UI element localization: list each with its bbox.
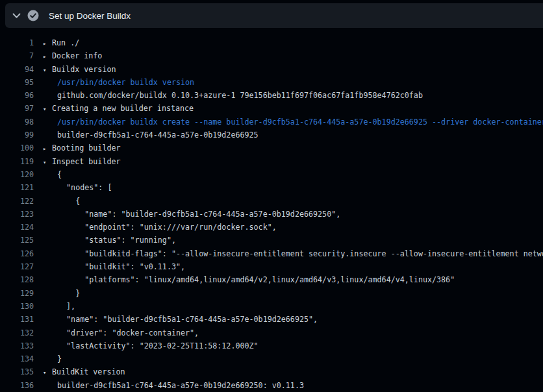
log-line: 132 "driver": "docker-container", [0, 326, 543, 339]
log-line: 124 "endpoint": "unix:///var/run/docker.… [0, 221, 543, 234]
line-number-link[interactable]: 7 [0, 49, 34, 62]
output-text: "platforms": "linux/amd64,linux/amd64/v2… [57, 273, 455, 286]
line-number-link[interactable]: 95 [0, 76, 34, 89]
group-title: Inspect builder [52, 155, 121, 168]
log-line: 95/usr/bin/docker buildx version [0, 76, 543, 89]
line-number-link[interactable]: 1 [0, 36, 34, 49]
log-line: 129 } [0, 287, 543, 300]
group-title: Run ./ [52, 36, 79, 49]
line-number-link[interactable]: 94 [0, 63, 34, 76]
collapse-arrow-icon[interactable]: ▾ [43, 64, 52, 76]
line-number-link[interactable]: 133 [0, 339, 34, 352]
line-number-link[interactable]: 129 [0, 287, 34, 300]
group-title: Booting builder [52, 141, 121, 154]
log-line: 126 "buildkitd-flags": "--allow-insecure… [0, 247, 543, 260]
output-text: } [57, 352, 62, 365]
collapse-arrow-icon[interactable]: ▾ [43, 366, 52, 378]
line-number-link[interactable]: 126 [0, 247, 34, 260]
expand-arrow-icon[interactable]: ▸ [43, 142, 52, 154]
line-number-link[interactable]: 123 [0, 208, 34, 221]
line-number-link[interactable]: 121 [0, 181, 34, 194]
log-line: 99builder-d9cfb5a1-c764-445a-a57e-0b19d2… [0, 129, 543, 141]
output-text: "buildkitd-flags": "--allow-insecure-ent… [57, 247, 543, 260]
line-number-link[interactable]: 135 [0, 365, 34, 378]
line-number-link[interactable]: 97 [0, 102, 34, 115]
log-line: 134} [0, 352, 543, 365]
log-line: 120{ [0, 168, 543, 181]
line-number-link[interactable]: 98 [0, 116, 34, 129]
line-number-link[interactable]: 127 [0, 260, 34, 273]
line-number-link[interactable]: 100 [0, 141, 34, 154]
log-line: 121 "nodes": [ [0, 181, 543, 194]
line-number-link[interactable]: 99 [0, 129, 34, 141]
output-text: { [57, 168, 62, 181]
output-text: "endpoint": "unix:///var/run/docker.sock… [57, 221, 277, 234]
log-line: 133 "lastActivity": "2023-02-25T11:58:12… [0, 339, 543, 352]
log-line: 127 "buildkit": "v0.11.3", [0, 260, 543, 273]
log-group-row[interactable]: 100▸Booting builder [0, 141, 543, 154]
log-line: 96github.com/docker/buildx 0.10.3+azure-… [0, 89, 543, 102]
line-number-link[interactable]: 130 [0, 300, 34, 313]
command-text: /usr/bin/docker buildx create --name bui… [57, 116, 543, 129]
log-line: 123 "name": "builder-d9cfb5a1-c764-445a-… [0, 208, 543, 221]
line-number-link[interactable]: 136 [0, 379, 34, 392]
group-title: BuildKit version [52, 365, 125, 378]
line-number-link[interactable]: 122 [0, 195, 34, 208]
line-number-link[interactable]: 120 [0, 168, 34, 181]
line-number-link[interactable]: 134 [0, 352, 34, 365]
log-group-row[interactable]: 1▸Run ./ [0, 36, 543, 49]
chevron-down-icon[interactable] [5, 13, 27, 19]
log-group-row[interactable]: 94▾Buildx version [0, 63, 543, 76]
output-text: builder-d9cfb5a1-c764-445a-a57e-0b19d2e6… [57, 129, 259, 141]
output-text: "name": "builder-d9cfb5a1-c764-445a-a57e… [57, 313, 318, 326]
collapse-arrow-icon[interactable]: ▾ [43, 103, 52, 115]
output-text: { [57, 195, 80, 208]
output-text: } [57, 287, 80, 300]
log-line: 130 ], [0, 300, 543, 313]
log-line: 128 "platforms": "linux/amd64,linux/amd6… [0, 273, 543, 286]
line-number-link[interactable]: 119 [0, 155, 34, 168]
output-text: "driver": "docker-container", [57, 326, 199, 339]
log-line: 98/usr/bin/docker buildx create --name b… [0, 116, 543, 129]
expand-arrow-icon[interactable]: ▸ [43, 37, 52, 49]
log-group-row[interactable]: 97▾Creating a new builder instance [0, 102, 543, 115]
line-number-link[interactable]: 124 [0, 221, 34, 234]
group-title: Docker info [52, 49, 102, 62]
step-title: Set up Docker Buildx [49, 11, 131, 21]
log-group-row[interactable]: 135▾BuildKit version [0, 365, 543, 378]
expand-arrow-icon[interactable]: ▸ [43, 50, 52, 62]
output-text: "name": "builder-d9cfb5a1-c764-445a-a57e… [57, 208, 340, 221]
line-number-link[interactable]: 96 [0, 89, 34, 102]
line-number-link[interactable]: 125 [0, 234, 34, 247]
line-number-link[interactable]: 131 [0, 313, 34, 326]
output-text: "buildkit": "v0.11.3", [57, 260, 185, 273]
line-number-link[interactable]: 128 [0, 273, 34, 286]
log-area: 1▸Run ./7▸Docker info94▾Buildx version95… [0, 36, 543, 392]
log-group-row[interactable]: 119▾Inspect builder [0, 155, 543, 168]
line-number-link[interactable]: 132 [0, 326, 34, 339]
log-line: 131 "name": "builder-d9cfb5a1-c764-445a-… [0, 313, 543, 326]
log-group-row[interactable]: 7▸Docker info [0, 49, 543, 62]
output-text: ], [57, 300, 75, 313]
step-header[interactable]: Set up Docker Buildx [5, 3, 543, 28]
log-line: 136builder-d9cfb5a1-c764-445a-a57e-0b19d… [0, 379, 543, 392]
collapse-arrow-icon[interactable]: ▾ [43, 156, 52, 168]
output-text: "nodes": [ [57, 181, 112, 194]
log-line: 122 { [0, 195, 543, 208]
output-text: "lastActivity": "2023-02-25T11:58:12.000… [57, 339, 259, 352]
output-text: builder-d9cfb5a1-c764-445a-a57e-0b19d2e6… [57, 379, 304, 392]
command-text: /usr/bin/docker buildx version [57, 76, 194, 89]
group-title: Buildx version [52, 63, 116, 76]
check-circle-icon [27, 10, 39, 21]
output-text: github.com/docker/buildx 0.10.3+azure-1 … [57, 89, 423, 102]
group-title: Creating a new builder instance [52, 102, 194, 115]
output-text: "status": "running", [57, 234, 176, 247]
log-line: 125 "status": "running", [0, 234, 543, 247]
